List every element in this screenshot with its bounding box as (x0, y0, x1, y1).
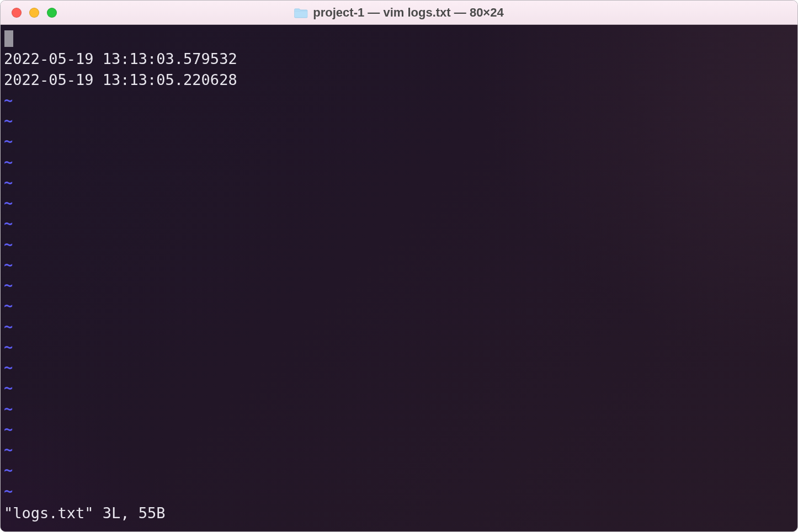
empty-line-tilde: ~ (4, 337, 794, 357)
empty-line-tilde: ~ (4, 377, 794, 398)
window-title: project-1 — vim logs.txt — 80×24 (294, 6, 503, 20)
empty-line-tilde: ~ (4, 172, 794, 193)
empty-line-tilde: ~ (4, 193, 794, 213)
empty-line-tilde: ~ (4, 254, 794, 275)
minimize-icon[interactable] (29, 8, 39, 18)
vim-empty-lines: ~~~~~~~~~~~~~~~~~~~~ (4, 90, 794, 501)
traffic-lights (12, 8, 57, 18)
empty-line-tilde: ~ (4, 131, 794, 151)
terminal-content: 2022-05-19 13:13:03.5795322022-05-19 13:… (1, 25, 797, 531)
cursor-icon (4, 30, 13, 47)
terminal-viewport[interactable]: 2022-05-19 13:13:03.5795322022-05-19 13:… (1, 25, 797, 531)
empty-line-tilde: ~ (4, 295, 794, 316)
window-title-text: project-1 — vim logs.txt — 80×24 (313, 6, 503, 20)
empty-line-tilde: ~ (4, 90, 794, 110)
empty-line-tilde: ~ (4, 439, 794, 460)
empty-line-tilde: ~ (4, 234, 794, 254)
empty-line-tilde: ~ (4, 213, 794, 233)
titlebar[interactable]: project-1 — vim logs.txt — 80×24 (1, 1, 797, 25)
terminal-window: project-1 — vim logs.txt — 80×24 2022-05… (0, 0, 798, 532)
empty-line-tilde: ~ (4, 460, 794, 480)
empty-line-tilde: ~ (4, 275, 794, 295)
empty-line-tilde: ~ (4, 316, 794, 337)
empty-line-tilde: ~ (4, 110, 794, 131)
fullscreen-icon[interactable] (47, 8, 57, 18)
buffer-line: 2022-05-19 13:13:03.579532 (4, 49, 794, 69)
empty-line-tilde: ~ (4, 398, 794, 419)
vim-status-line: "logs.txt" 3L, 55B (4, 504, 166, 522)
buffer-line (4, 28, 794, 49)
close-icon[interactable] (12, 8, 22, 18)
vim-buffer: 2022-05-19 13:13:03.5795322022-05-19 13:… (4, 28, 794, 90)
empty-line-tilde: ~ (4, 419, 794, 439)
empty-line-tilde: ~ (4, 152, 794, 172)
empty-line-tilde: ~ (4, 481, 794, 501)
folder-icon (294, 7, 307, 18)
buffer-line: 2022-05-19 13:13:05.220628 (4, 70, 794, 90)
empty-line-tilde: ~ (4, 357, 794, 377)
